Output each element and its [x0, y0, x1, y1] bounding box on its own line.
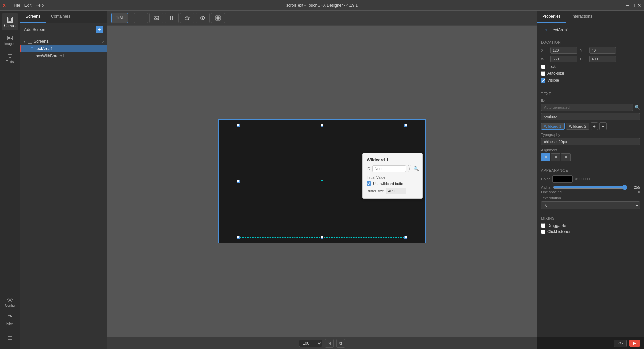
toolbar-layers-btn[interactable]: [165, 13, 179, 23]
handle-bm[interactable]: [321, 236, 323, 239]
color-hex: #000000: [575, 177, 590, 181]
toolbar-shapes-btn[interactable]: [134, 13, 148, 23]
svg-rect-11: [216, 18, 218, 20]
wildcard-search-button[interactable]: 🔍: [413, 166, 419, 171]
add-screen-button[interactable]: +: [96, 26, 103, 33]
zoom-select[interactable]: 100: [299, 340, 322, 347]
svg-rect-12: [218, 18, 220, 20]
handle-tr[interactable]: [404, 124, 407, 127]
wildcard-add-tab-btn[interactable]: +: [591, 122, 598, 130]
wildcard-tab2-btn[interactable]: Wildcard 2: [566, 123, 589, 130]
screen-icon: [28, 39, 32, 44]
y-label: Y: [580, 48, 587, 52]
crop-button[interactable]: ⧉: [336, 339, 345, 348]
text-title: Text: [541, 92, 640, 96]
chevron-down-icon: ▼: [23, 40, 26, 43]
tree-item-boxwithborder1[interactable]: boxWithBorder1: [20, 52, 107, 60]
section-appearance: Appearance Color #000000 Alpha 255 Line …: [537, 165, 644, 213]
typography-input[interactable]: [541, 138, 640, 145]
handle-tm[interactable]: [321, 124, 323, 127]
lock-label: Lock: [547, 64, 556, 69]
menu-edit[interactable]: Edit: [24, 3, 32, 8]
sidebar-item-images[interactable]: Images: [2, 32, 18, 48]
texts-label: Texts: [6, 60, 14, 64]
svg-rect-6: [154, 16, 159, 20]
add-screen-label: Add Screen: [24, 27, 45, 32]
tab-containers[interactable]: Containers: [46, 11, 76, 23]
tab-screens[interactable]: Screens: [20, 11, 46, 23]
wildcard-add-button[interactable]: +: [408, 165, 411, 172]
draggable-checkbox[interactable]: [541, 223, 545, 228]
close-btn[interactable]: ✕: [637, 3, 641, 8]
titlebar: X File Edit Help scrollText - TouchGFX D…: [0, 0, 644, 11]
toolbar-3d-btn[interactable]: [196, 13, 210, 23]
appearance-title: Appearance: [541, 168, 640, 172]
canvas-viewport[interactable]: Wildcard 1 ID + 🔍 Initial Value Use wild…: [107, 26, 537, 337]
text-id-input[interactable]: [541, 104, 633, 111]
y-input[interactable]: [589, 47, 616, 54]
w-input[interactable]: [550, 56, 577, 62]
text-rotation-select[interactable]: 0: [541, 201, 640, 209]
handle-tl[interactable]: [237, 124, 240, 127]
toolbar: ⊞ All: [107, 11, 537, 26]
wildcard-tabs-row: Wildcard 1 Wildcard 2 + −: [541, 122, 640, 130]
wildcard-remove-tab-btn[interactable]: −: [599, 122, 607, 130]
align-left-btn[interactable]: ≡: [541, 153, 550, 161]
align-center-btn[interactable]: ≡: [551, 153, 560, 161]
sidebar-item-logs[interactable]: [2, 330, 18, 346]
visible-checkbox[interactable]: [541, 78, 545, 83]
toolbar-separator: [131, 14, 131, 22]
section-location: Location X Y W H Lock: [537, 37, 644, 88]
wildcard-id-label: ID: [367, 167, 370, 171]
autosize-checkbox[interactable]: [541, 71, 545, 76]
lock-checkbox[interactable]: [541, 65, 545, 69]
color-swatch[interactable]: [552, 175, 573, 183]
clicklistener-checkbox[interactable]: [541, 230, 545, 234]
h-input[interactable]: [589, 56, 616, 62]
align-right-btn[interactable]: ≡: [561, 153, 571, 161]
minimize-btn[interactable]: ─: [626, 3, 629, 8]
handle-br[interactable]: [404, 236, 407, 239]
tree-item-screen1[interactable]: ▼ Screen1 ▷: [20, 38, 107, 45]
toolbar-containers-btn[interactable]: [211, 13, 225, 23]
handle-bl[interactable]: [237, 236, 240, 239]
draggable-row: Draggable: [541, 223, 640, 228]
svg-rect-2: [7, 36, 13, 40]
translation-input[interactable]: [541, 113, 640, 120]
toolbar-images-btn[interactable]: [149, 13, 163, 23]
wildcard-id-input[interactable]: [372, 165, 406, 172]
play-icon[interactable]: ▷: [102, 40, 104, 43]
wildcard-buffer-input[interactable]: [386, 188, 406, 194]
toolbar-all-btn[interactable]: ⊞ All: [111, 13, 128, 23]
sidebar-item-config[interactable]: Config: [2, 293, 18, 310]
wildcard-tab1-btn[interactable]: Wildcard 1: [541, 123, 565, 130]
wildcard-buffer-row: Buffer size: [367, 188, 418, 194]
text-search-button[interactable]: 🔍: [634, 105, 640, 110]
center-handle: [321, 180, 323, 182]
canvas-label: Canvas: [4, 24, 16, 28]
wildcard-panel: Wildcard 1 ID + 🔍 Initial Value Use wild…: [362, 153, 423, 199]
screen1-label: Screen1: [34, 39, 49, 44]
images-label: Images: [4, 42, 15, 46]
code-button[interactable]: </>: [614, 340, 627, 347]
sidebar-item-files[interactable]: Files: [2, 311, 18, 328]
tree-item-textarea1[interactable]: T textArea1: [20, 45, 107, 52]
text-icon: T: [30, 46, 34, 51]
sidebar-item-canvas[interactable]: Canvas: [2, 13, 18, 30]
menu-file[interactable]: File: [14, 3, 20, 8]
alpha-slider[interactable]: [553, 185, 627, 190]
wildcard-use-buffer-checkbox[interactable]: [367, 181, 371, 186]
x-input[interactable]: [550, 47, 577, 54]
fit-screen-button[interactable]: ⊡: [325, 339, 334, 348]
mixins-title: Mixins: [541, 216, 640, 220]
run-button[interactable]: ▶: [629, 340, 640, 347]
sidebar-item-texts[interactable]: Texts: [2, 50, 18, 66]
tab-properties[interactable]: Properties: [537, 11, 566, 23]
tab-interactions[interactable]: Interactions: [566, 11, 598, 23]
handle-ml[interactable]: [237, 180, 240, 183]
section-mixins: Mixins Draggable ClickListener: [537, 213, 644, 239]
maximize-btn[interactable]: □: [632, 3, 635, 8]
menu-help[interactable]: Help: [35, 3, 44, 8]
color-label: Color: [541, 177, 550, 181]
toolbar-effects-btn[interactable]: [180, 13, 194, 23]
